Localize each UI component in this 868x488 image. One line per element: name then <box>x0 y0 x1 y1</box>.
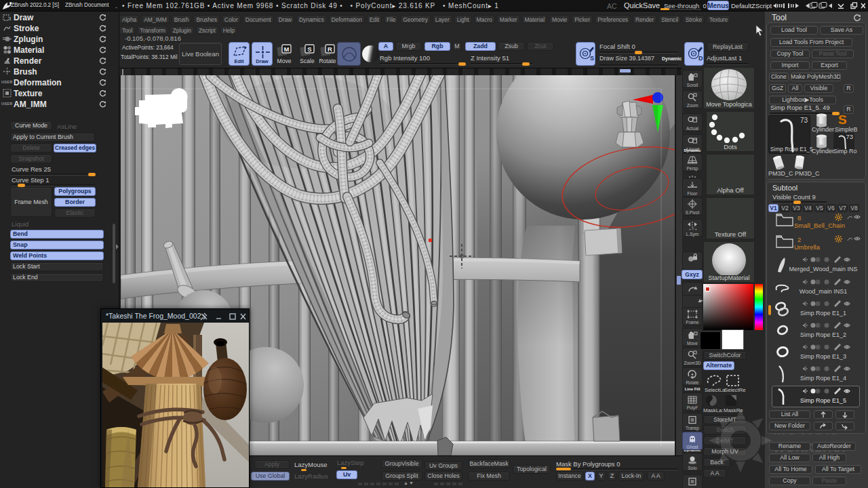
svg-text:D: D <box>698 55 703 62</box>
svg-text:+ Y +: + Y + <box>689 227 697 231</box>
svg-text:M: M <box>284 45 290 53</box>
svg-text:S: S <box>838 113 847 127</box>
svg-text:S: S <box>307 45 311 53</box>
svg-text:I: I <box>9 16 11 22</box>
svg-text:S: S <box>590 55 594 62</box>
svg-text:R: R <box>328 45 332 53</box>
